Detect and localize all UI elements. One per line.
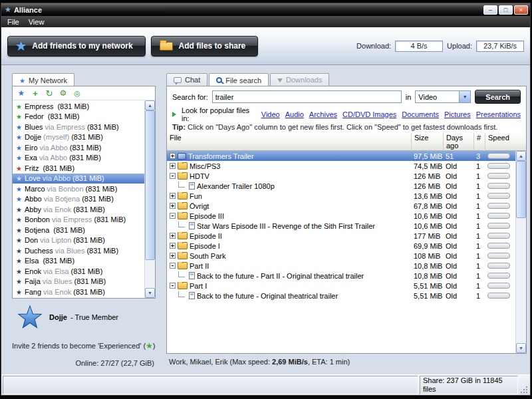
settings-icon[interactable] (57, 88, 69, 99)
expand-toggle[interactable]: + (170, 153, 176, 159)
result-row[interactable]: Star Wars Episode III - Revenge of the S… (167, 221, 526, 231)
refresh-icon[interactable] (43, 88, 55, 99)
file-name: Misc/PS3 (190, 162, 220, 170)
result-row[interactable]: + Transformers Trailer 97,5 MiB 51 3 (167, 151, 526, 161)
member-title: - True Member (70, 313, 118, 321)
user-row[interactable]: Fang via Enok (831 MiB) (13, 287, 144, 297)
expand-toggle[interactable]: + (170, 193, 176, 199)
tab-chat[interactable]: Chat (166, 73, 207, 86)
column-header-file[interactable]: File (167, 133, 412, 151)
user-row[interactable]: Marco via Bonbon (831 MiB) (13, 184, 144, 194)
user-row[interactable]: Botjena (831 MiB) (13, 225, 144, 235)
user-row[interactable]: Enok via Elsa (831 MiB) (13, 266, 144, 277)
user-row[interactable]: Duchess via Blues (831 MiB) (13, 245, 144, 256)
popular-category-link[interactable]: Pictures (444, 110, 471, 118)
user-row[interactable]: Fritz (831 MiB) (13, 163, 144, 174)
expand-toggle[interactable]: - (170, 263, 176, 269)
file-cell: + Episode I (167, 242, 412, 250)
expand-toggle[interactable]: + (170, 203, 176, 209)
expand-toggle[interactable]: + (170, 253, 176, 259)
category-select[interactable]: Video (415, 90, 471, 103)
tab-file-search[interactable]: File search (209, 73, 269, 86)
search-button[interactable]: Search (475, 90, 521, 104)
result-row[interactable]: Back to the future - Original theatrical… (167, 291, 526, 301)
file-name: Alexander Trailer 1080p (197, 182, 275, 190)
user-row[interactable]: Abby via Enok (831 MiB) (13, 204, 144, 215)
user-row[interactable]: Bonbon via Empress (831 MiB) (13, 215, 144, 225)
add-group-icon[interactable] (29, 88, 41, 99)
result-row[interactable]: + Fun 13,6 MiB Old 1 (167, 191, 526, 201)
result-row[interactable]: Alexander Trailer 1080p 126 MiB Old 1 (167, 181, 526, 191)
result-row[interactable]: + Övrigt 67,8 MiB Old 1 (167, 201, 526, 211)
menu-file[interactable]: File (3, 17, 24, 27)
result-row[interactable]: - Episode III 10,6 MiB Old 1 (167, 211, 526, 221)
scroll-down-icon[interactable]: ▼ (145, 288, 155, 298)
close-button[interactable]: × (514, 5, 528, 15)
expand-toggle[interactable]: + (170, 233, 176, 239)
expand-toggle[interactable]: - (170, 213, 176, 219)
tab-my-network[interactable]: My Network (12, 73, 74, 86)
result-row[interactable]: + Episode II 177 MiB Old 1 (167, 231, 526, 241)
popular-category-link[interactable]: Presentations (476, 110, 521, 118)
popular-category-link[interactable]: Archives (309, 110, 337, 118)
result-row[interactable]: + Episode I 69,9 MiB Old 1 (167, 241, 526, 251)
expand-toggle[interactable]: - (170, 173, 176, 179)
user-share-size: (831 MiB) (87, 123, 119, 131)
user-row[interactable]: Exa via Abbo (831 MiB) (13, 153, 144, 164)
result-row[interactable]: + South Park 108 MiB Old 1 (167, 251, 526, 261)
scroll-up-icon[interactable]: ▲ (516, 151, 526, 161)
user-row[interactable]: Eiro via Abbo (831 MiB) (13, 142, 144, 153)
search-input[interactable] (212, 90, 402, 103)
invite-friend-icon[interactable] (15, 88, 27, 99)
member-name: Dojje (49, 313, 67, 321)
column-header-size[interactable]: Size (412, 133, 444, 151)
user-row[interactable]: Fedor (831 MiB) (13, 112, 144, 122)
menu-view[interactable]: View (24, 17, 49, 27)
result-row[interactable]: + Misc/PS3 74,5 MiB Old 1 (167, 161, 526, 171)
minimize-button[interactable]: – (483, 5, 497, 15)
popular-category-link[interactable]: Audio (285, 110, 304, 118)
user-row[interactable]: Don via Lipton (831 MiB) (13, 235, 144, 246)
user-row[interactable]: Elsa (831 MiB) (13, 256, 144, 267)
add-files-button[interactable]: Add files to share (151, 36, 259, 57)
popular-category-link[interactable]: Documents (402, 110, 439, 118)
result-row[interactable]: - Part II 10,8 MiB Old 1 (167, 261, 526, 271)
result-row[interactable]: - Part I 5,51 MiB Old 1 (167, 281, 526, 291)
result-row[interactable]: - HDTV 126 MiB Old 1 (167, 171, 526, 181)
popular-category-link[interactable]: CD/DVD Images (342, 110, 396, 118)
file-type-icon (178, 192, 188, 200)
expand-toggle[interactable]: + (170, 163, 176, 169)
resize-grip[interactable] (519, 376, 529, 394)
maximize-button[interactable]: □ (499, 5, 513, 15)
user-share-size: (831 MiB) (43, 164, 74, 172)
scrollbar-thumb[interactable] (516, 161, 526, 218)
file-cell: Alexander Trailer 1080p (167, 182, 412, 190)
add-friends-button[interactable]: Add friends to my network (7, 36, 146, 57)
user-row[interactable]: Faija via Blues (831 MiB) (13, 277, 144, 287)
dropdown-arrow-icon[interactable] (459, 91, 470, 102)
invite-hint: Invite 2 friends to become 'Experienced'… (12, 341, 158, 350)
column-header-days-ago[interactable]: Days ago (444, 133, 474, 151)
expand-toggle[interactable]: + (170, 243, 176, 249)
user-row[interactable]: Love via Abbo (831 MiB) (13, 174, 144, 184)
column-header-speed[interactable]: Speed (485, 133, 526, 151)
popular-category-link[interactable]: Video (261, 110, 280, 118)
scrollbar-thumb[interactable] (145, 110, 155, 260)
column-header-count[interactable]: # (474, 133, 485, 151)
share-status: Share: 237 GiB in 11845 files (420, 376, 518, 394)
results-scrollbar[interactable]: ▲ ▼ (515, 151, 526, 353)
scroll-down-icon[interactable]: ▼ (516, 343, 526, 353)
user-row[interactable]: Blues via Empress (831 MiB) (13, 122, 144, 132)
user-list-scrollbar[interactable]: ▲ ▼ (144, 100, 155, 298)
user-row[interactable]: Empress (831 MiB) (13, 101, 144, 112)
file-type-icon (178, 242, 188, 249)
user-row[interactable]: Dojje (myself) (831 MiB) (13, 132, 144, 143)
network-status-icon[interactable] (71, 88, 83, 99)
expand-toggle[interactable]: - (170, 283, 176, 289)
main-area: My Network Empress (831 MiB) (1, 65, 530, 374)
tab-downloads[interactable]: Downloads (270, 73, 329, 86)
tree-connector (178, 291, 185, 297)
result-row[interactable]: Back to the future - Part II - Original … (167, 271, 526, 281)
scroll-up-icon[interactable]: ▲ (145, 100, 155, 110)
user-row[interactable]: Abbo via Botjena (831 MiB) (13, 194, 144, 205)
